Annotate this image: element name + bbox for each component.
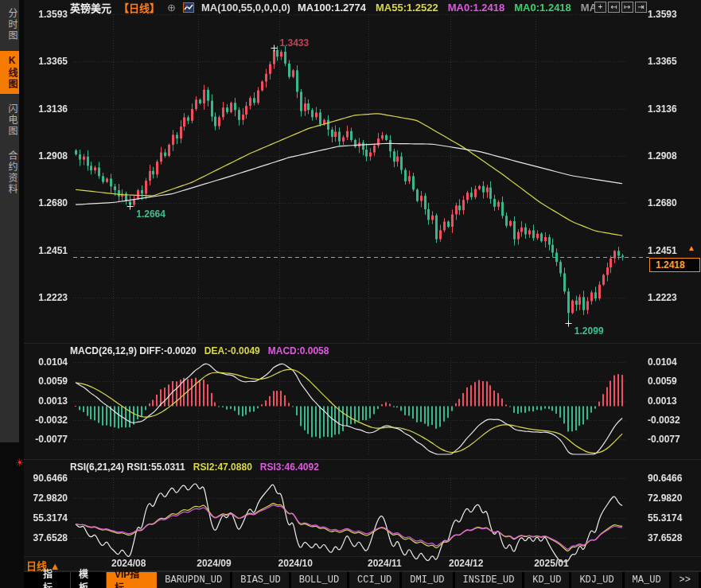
axis-label: -0.0077: [648, 433, 680, 446]
add-indicator-icon[interactable]: ⊕: [167, 2, 176, 14]
date-axis-label: 2024/08: [111, 558, 146, 569]
date-axis-label: 2024/12: [449, 558, 483, 569]
ma-value: MA0:1.2418: [514, 2, 571, 14]
rsi-header: RSI(6,21,24) RSI1:55.0311RSI2:47.0880RSI…: [70, 461, 319, 473]
axis-label: 1.2451: [648, 244, 677, 257]
chart-header: 英镑美元 【日线】 ⊕ MA(100,55,0,0,0,0) MA100:1.2…: [70, 1, 597, 14]
detach-icon[interactable]: ⇥: [635, 2, 647, 13]
sidebar-tab[interactable]: 分时图: [0, 4, 19, 45]
alarm-icon[interactable]: ☀: [15, 457, 25, 469]
axis-label: -0.0032: [24, 414, 68, 426]
price-alert-arrow-icon: ▲: [687, 243, 695, 252]
scale-right-icon[interactable]: ↦: [621, 2, 633, 13]
toolbar-tab[interactable]: 模板: [71, 572, 107, 588]
rsi-header-segment: RSI3:46.4092: [260, 461, 319, 473]
sidebar-tab[interactable]: K线图: [0, 51, 19, 94]
ma-formula: MA(100,55,0,0,0,0): [201, 2, 290, 14]
toolbar-tab[interactable]: INSIDE_UD: [455, 572, 523, 588]
axis-label: 1.2908: [24, 150, 68, 162]
axis-label: 1.3365: [648, 55, 677, 68]
axis-label: 37.6528: [24, 532, 68, 544]
chart-mode-sidebar: 分时图K线图闪电图合约资料: [0, 0, 19, 442]
ma-values: MA100:1.2774MA55:1.2522MA0:1.2418MA0:1.2…: [298, 2, 597, 14]
axis-label: 37.6528: [648, 532, 682, 544]
axis-label: 1.2908: [648, 150, 677, 162]
price-annotation: 1.3433: [280, 37, 310, 49]
axis-label: 90.6466: [24, 472, 68, 485]
toolbar-tab[interactable]: >>: [672, 572, 699, 588]
axis-label: 0.0059: [648, 375, 677, 387]
date-axis-label: 2025/01: [534, 558, 568, 569]
axis-label: 1.2223: [648, 291, 677, 304]
axis-label: 72.9820: [648, 492, 682, 504]
axis-label: 1.2223: [24, 291, 68, 304]
ma-value: MA55:1.2522: [376, 2, 438, 14]
macd-header-segment: MACD(26,12,9) DIFF:-0.0020: [70, 345, 197, 356]
toolbar-tab[interactable]: DMI_UD: [402, 572, 452, 588]
toolbar-tab[interactable]: MA_UD: [625, 572, 669, 588]
axis-label: -0.0077: [24, 433, 68, 446]
date-axis-label: 2024/11: [368, 558, 402, 569]
axis-label: 0.0013: [24, 395, 68, 407]
toolbar-tab[interactable]: 指标: [35, 572, 71, 588]
axis-label: 1.3593: [24, 8, 68, 21]
current-price-box: 1.2418: [649, 258, 700, 272]
price-annotation: 1.2664: [136, 208, 166, 220]
date-axis-label: 2024/10: [278, 558, 313, 569]
axis-label: 1.3136: [24, 103, 68, 115]
sidebar-tab[interactable]: 合约资料: [0, 146, 19, 199]
axis-label: 0.0104: [648, 356, 677, 368]
ma-value: MA100:1.2774: [298, 2, 366, 14]
axis-label: 1.3136: [648, 103, 677, 115]
toolbar-tab[interactable]: KD_UD: [524, 572, 569, 588]
ma-value: MA0:1.2418: [448, 2, 505, 14]
toolbar-tab[interactable]: BOLL_UD: [291, 572, 347, 588]
scale-left-icon[interactable]: ↤: [608, 2, 620, 13]
macd-header-segment: MACD:0.0058: [268, 345, 329, 356]
toolbar-tab[interactable]: BARUPDN_UD: [157, 572, 230, 588]
axis-label: 1.2680: [24, 197, 68, 209]
axis-label: 1.2680: [648, 197, 677, 209]
toolbar-tab[interactable]: VIP指标: [107, 572, 157, 588]
axis-label: 1.3593: [648, 8, 677, 21]
chart-type-icon[interactable]: [183, 2, 194, 13]
rsi-header-segment: RSI2:47.0880: [193, 461, 252, 473]
sidebar-tab[interactable]: 闪电图: [0, 99, 19, 141]
axis-label: 0.0013: [648, 395, 677, 407]
macd-header: MACD(26,12,9) DIFF:-0.0020DEA:-0.0049MAC…: [70, 345, 329, 356]
date-axis-label: 2024/09: [197, 558, 231, 569]
toolbar-tab[interactable]: CCI_UD: [349, 572, 399, 588]
axis-label: 1.2451: [24, 244, 68, 257]
toolbar-tab[interactable]: BIAS_UD: [232, 572, 288, 588]
crosshair-icon[interactable]: +: [594, 2, 606, 13]
axis-label: 55.3174: [24, 512, 68, 524]
indicator-toolbar: 指标模板VIP指标BARUPDN_UDBIAS_UDBOLL_UDCCI_UDD…: [24, 571, 701, 588]
chart-window-controls: +↤↦⇥: [594, 2, 647, 13]
axis-label: 0.0059: [24, 375, 68, 387]
axis-label: 0.0104: [24, 356, 68, 368]
macd-header-segment: DEA:-0.0049: [204, 345, 260, 356]
axis-label: 1.3365: [24, 55, 68, 68]
price-annotation: 1.2099: [574, 325, 604, 337]
axis-label: 90.6466: [648, 472, 682, 485]
toolbar-tab[interactable]: KDJ_UD: [571, 572, 621, 588]
rsi-header-segment: RSI(6,21,24) RSI1:55.0311: [70, 461, 185, 473]
axis-label: 55.3174: [648, 512, 682, 524]
axis-label: 72.9820: [24, 492, 68, 504]
axis-label: -0.0032: [648, 414, 680, 426]
period-tag[interactable]: 【日线】: [119, 0, 160, 15]
symbol-name: 英镑美元: [70, 0, 111, 15]
candlestick-chart-canvas[interactable]: [0, 0, 701, 588]
chart-window: 分时图K线图闪电图合约资料 英镑美元 【日线】 ⊕ MA(100,55,0,0,…: [0, 0, 701, 588]
